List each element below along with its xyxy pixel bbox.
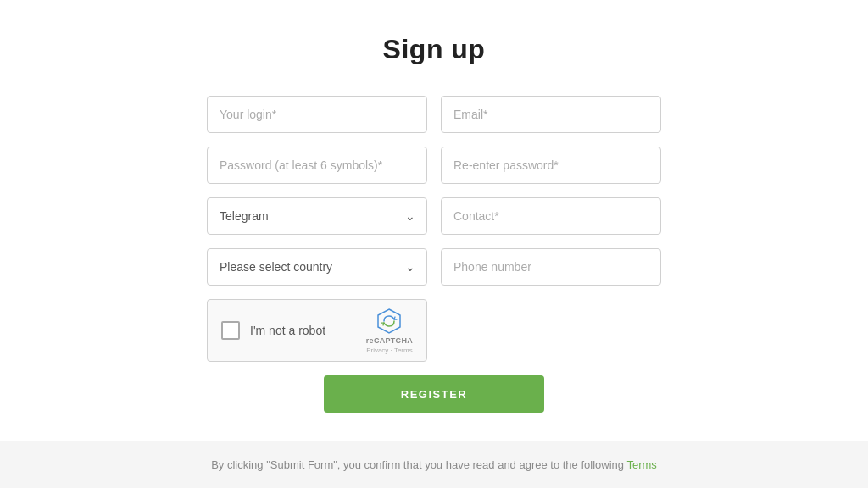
captcha-label: I'm not a robot (250, 324, 356, 337)
captcha-box: I'm not a robot reCAPTCHA Privacy · Term… (207, 299, 427, 362)
register-button[interactable]: REGISTER (324, 375, 544, 413)
email-input[interactable] (441, 96, 661, 133)
captcha-brand-label: reCAPTCHA (366, 336, 413, 345)
country-select[interactable]: Please select country United States Unit… (207, 248, 427, 286)
captcha-policy-links: Privacy · Terms (366, 347, 413, 354)
page-title: Sign up (383, 34, 486, 65)
form-fields: Telegram WhatsApp Viber WeChat ⌄ Please … (207, 96, 661, 413)
captcha-logo: reCAPTCHA Privacy · Terms (366, 308, 413, 354)
page-wrapper: Sign up Telegram WhatsApp Viber (0, 0, 868, 488)
captcha-row: I'm not a robot reCAPTCHA Privacy · Term… (207, 299, 661, 362)
footer-text: By clicking "Submit Form", you confirm t… (211, 458, 626, 471)
terms-link[interactable]: Terms (626, 458, 656, 471)
password-input[interactable] (207, 147, 427, 184)
country-select-wrapper: Please select country United States Unit… (207, 248, 427, 286)
recaptcha-icon (376, 308, 403, 335)
login-input[interactable] (207, 96, 427, 133)
row-2 (207, 147, 661, 184)
contact-input[interactable] (441, 197, 661, 235)
row-1 (207, 96, 661, 133)
phone-input[interactable] (441, 248, 661, 286)
form-container: Sign up Telegram WhatsApp Viber (0, 0, 868, 421)
messenger-select-wrapper: Telegram WhatsApp Viber WeChat ⌄ (207, 197, 427, 235)
row-3: Telegram WhatsApp Viber WeChat ⌄ (207, 197, 661, 235)
messenger-select[interactable]: Telegram WhatsApp Viber WeChat (207, 197, 427, 235)
row-4: Please select country United States Unit… (207, 248, 661, 286)
reenter-password-input[interactable] (441, 147, 661, 184)
footer-bar: By clicking "Submit Form", you confirm t… (0, 441, 868, 488)
form-actions: I'm not a robot reCAPTCHA Privacy · Term… (207, 299, 661, 413)
captcha-checkbox[interactable] (221, 321, 240, 340)
